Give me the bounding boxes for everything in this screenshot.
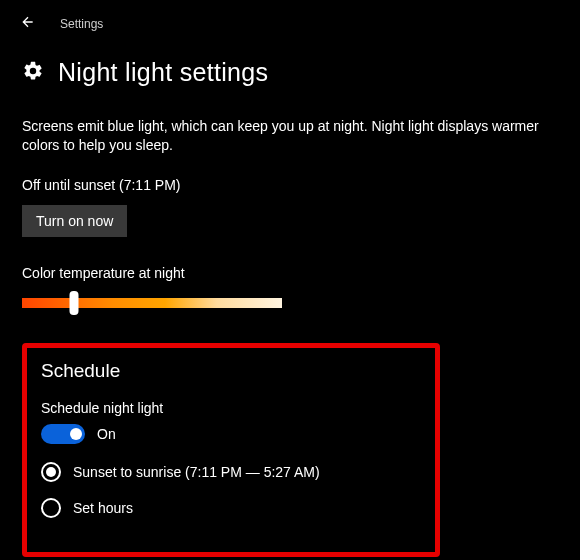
- app-title: Settings: [60, 17, 103, 31]
- slider-thumb[interactable]: [70, 291, 79, 315]
- radio-icon: [41, 462, 61, 482]
- toggle-knob: [70, 428, 82, 440]
- radio-label: Set hours: [73, 500, 133, 516]
- schedule-title: Schedule: [41, 360, 421, 382]
- color-temperature-slider[interactable]: [22, 291, 282, 315]
- schedule-toggle[interactable]: [41, 424, 85, 444]
- radio-option-sunset[interactable]: Sunset to sunrise (7:11 PM — 5:27 AM): [41, 462, 421, 482]
- slider-track: [22, 298, 282, 308]
- description-text: Screens emit blue light, which can keep …: [22, 117, 558, 155]
- schedule-section: Schedule Schedule night light On Sunset …: [22, 343, 440, 557]
- back-button[interactable]: [16, 12, 40, 36]
- turn-on-button[interactable]: Turn on now: [22, 205, 127, 237]
- slider-label: Color temperature at night: [22, 265, 558, 281]
- toggle-state-text: On: [97, 426, 116, 442]
- radio-label: Sunset to sunrise (7:11 PM — 5:27 AM): [73, 464, 320, 480]
- page-title: Night light settings: [58, 58, 268, 87]
- radio-icon: [41, 498, 61, 518]
- gear-icon: [22, 60, 44, 86]
- radio-option-set-hours[interactable]: Set hours: [41, 498, 421, 518]
- status-text: Off until sunset (7:11 PM): [22, 177, 558, 193]
- schedule-label: Schedule night light: [41, 400, 421, 416]
